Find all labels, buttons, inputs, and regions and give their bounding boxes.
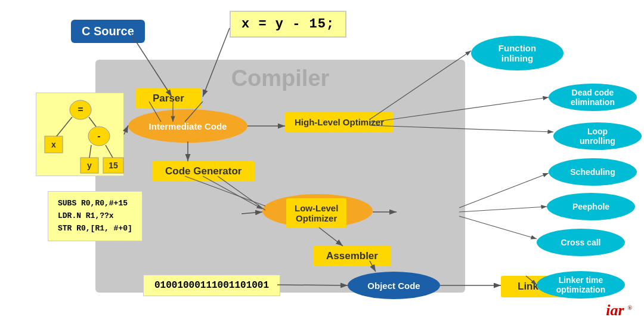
loop-unrolling-ellipse: Loopunrolling [553, 122, 642, 150]
c-source-label: C Source [71, 20, 145, 43]
code-snippet: x = y - 15; [230, 11, 346, 38]
svg-line-11 [89, 117, 96, 127]
dead-code-ellipse: Dead codeelimination [549, 84, 637, 111]
svg-text:y: y [87, 161, 92, 170]
linker-time-opt-ellipse: Linker timeoptimization [537, 271, 625, 299]
svg-line-13 [106, 145, 113, 158]
iar-logo: iar ® [606, 302, 632, 319]
assembler-box: Assembler [313, 246, 391, 266]
svg-text:x: x [51, 140, 56, 149]
function-inlining-ellipse: Functioninlining [471, 36, 564, 70]
code-generator-box: Code Generator [152, 161, 255, 182]
asm-line-2: LDR.N R1,??x [58, 210, 132, 223]
cross-call-ellipse: Cross call [537, 229, 625, 256]
svg-text:-: - [97, 131, 100, 141]
asm-line-1: SUBS R0,R0,#+15 [58, 198, 132, 210]
low-level-optimizer-box: Low-LevelOptimizer [286, 198, 346, 228]
scheduling-ellipse: Scheduling [549, 158, 637, 186]
intermediate-code-ellipse: Intermediate Code [128, 109, 247, 143]
high-level-optimizer-box: High-Level Optimizer [285, 112, 394, 132]
svg-line-12 [89, 145, 91, 158]
svg-line-10 [57, 117, 72, 136]
peephole-ellipse: Peephole [547, 193, 635, 220]
asm-code-box: SUBS R0,R0,#+15 LDR.N R1,??x STR R0,[R1,… [48, 191, 143, 241]
svg-line-36 [459, 207, 547, 212]
parser-box: Parser [136, 88, 201, 109]
asm-line-3: STR R0,[R1, #+0] [58, 223, 132, 235]
object-code-ellipse: Object Code [348, 272, 440, 299]
svg-text:15: 15 [109, 161, 118, 170]
binary-code-box: 01001000111001101001 [143, 275, 280, 296]
svg-line-35 [459, 173, 549, 208]
ast-tree-box: = x - y 15 [36, 93, 124, 176]
svg-text:=: = [78, 104, 83, 115]
svg-line-37 [459, 216, 537, 239]
